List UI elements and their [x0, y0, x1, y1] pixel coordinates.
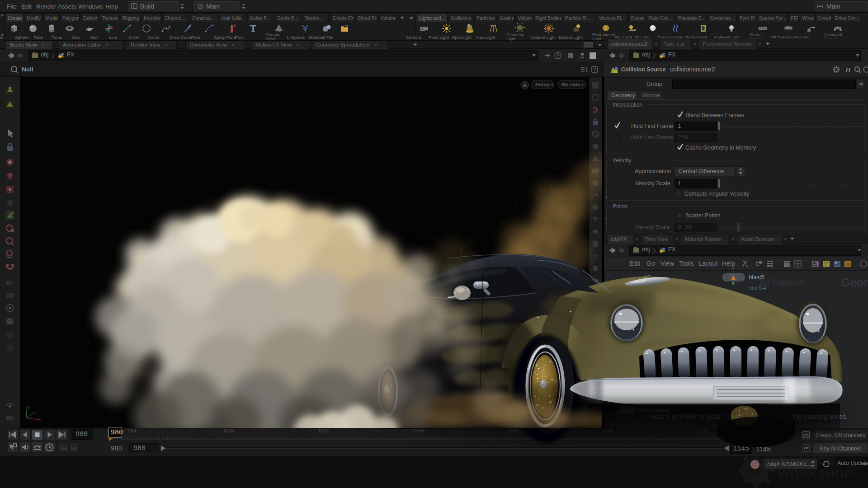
svg-text:12: 12 [598, 264, 601, 267]
svg-text:?: ? [557, 53, 559, 58]
svg-text:?: ? [593, 67, 596, 72]
svg-text:12: 12 [593, 254, 598, 259]
svg-text:H: H [845, 66, 851, 74]
svg-text:T: T [250, 23, 256, 33]
svg-text:y: y [28, 404, 31, 409]
